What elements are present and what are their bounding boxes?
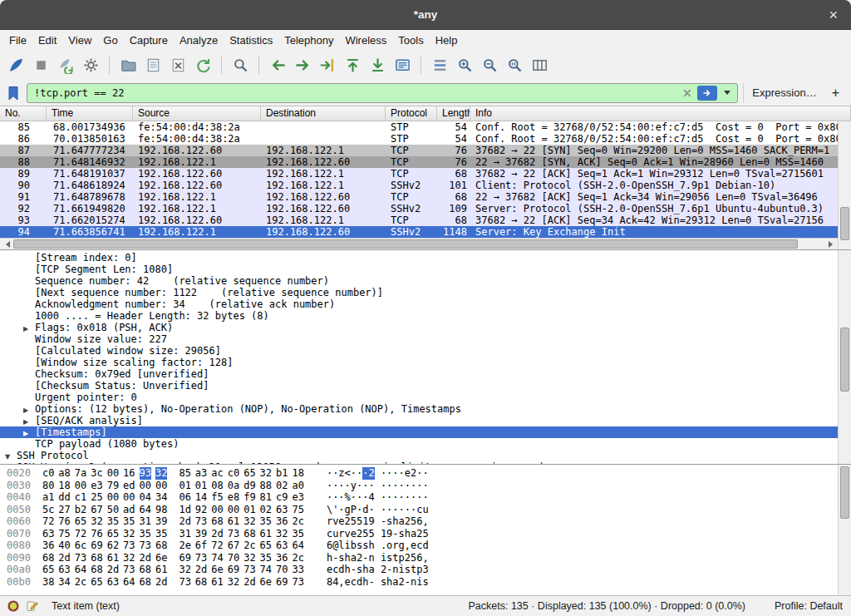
hex-byte[interactable]: 68 (140, 576, 151, 589)
packet-list-vscrollbar[interactable] (838, 121, 851, 249)
ascii-char[interactable]: z (338, 467, 344, 480)
hex-byte[interactable]: 6f (195, 540, 207, 552)
hex-byte[interactable]: a3 (195, 467, 207, 480)
hex-byte[interactable]: 35 (155, 528, 167, 540)
zoom-in-icon[interactable] (454, 54, 475, 76)
ascii-char[interactable]: a (399, 515, 405, 528)
detail-row[interactable]: [Checksum Status: Unverified] (0, 380, 838, 392)
ascii-char[interactable]: t (392, 552, 398, 564)
hex-byte[interactable]: 34 (155, 491, 167, 504)
hex-byte[interactable]: f9 (243, 491, 255, 504)
ascii-char[interactable]: v (345, 528, 351, 540)
hex-byte[interactable]: 70 (276, 564, 288, 576)
hex-byte[interactable]: e3 (292, 491, 303, 504)
hex-byte[interactable]: 63 (276, 540, 288, 552)
ascii-char[interactable]: · (327, 467, 332, 480)
ascii-char[interactable]: · (411, 504, 416, 516)
ascii-char[interactable]: 2 (405, 552, 411, 564)
hscroll-thumb[interactable] (13, 239, 798, 249)
hex-byte[interactable]: 72 (42, 515, 54, 528)
hex-byte[interactable]: 2d (195, 564, 207, 576)
column-header-info[interactable]: Info (470, 106, 851, 121)
hex-byte[interactable]: 14 (195, 491, 207, 504)
capture-comment-icon[interactable] (26, 599, 39, 613)
hex-byte[interactable]: 73 (243, 564, 255, 576)
ascii-char[interactable]: · (362, 491, 368, 504)
menu-wireless[interactable]: Wireless (339, 32, 392, 49)
ascii-char[interactable]: e (405, 467, 411, 480)
ascii-char[interactable]: · (345, 480, 351, 492)
ascii-char[interactable]: i (381, 552, 386, 564)
ascii-char[interactable]: · (399, 491, 405, 504)
menu-edit[interactable]: Edit (32, 32, 62, 49)
menu-view[interactable]: View (62, 32, 97, 49)
ascii-char[interactable]: ' (332, 504, 338, 516)
ascii-char[interactable]: · (411, 491, 416, 504)
hex-byte[interactable]: 35 (140, 528, 151, 540)
ascii-char[interactable]: 5 (411, 552, 416, 564)
hex-byte[interactable]: 61 (155, 564, 167, 576)
hex-byte[interactable]: d9 (243, 480, 255, 492)
ascii-char[interactable]: · (386, 480, 392, 492)
ascii-char[interactable]: 5 (351, 515, 357, 528)
ascii-char[interactable]: · (386, 491, 392, 504)
hex-byte[interactable]: 35 (292, 528, 303, 540)
ascii-char[interactable]: · (381, 491, 386, 504)
hex-byte[interactable]: 68 (91, 564, 102, 576)
ascii-char[interactable]: 2 (357, 528, 362, 540)
ascii-char[interactable]: · (327, 491, 332, 504)
ascii-char[interactable]: a (392, 576, 398, 589)
ascii-char[interactable]: · (416, 491, 422, 504)
ascii-char[interactable]: . (381, 540, 386, 552)
ascii-char[interactable]: h (362, 576, 368, 589)
ascii-char[interactable]: - (386, 564, 392, 576)
ascii-char[interactable]: · (411, 480, 416, 492)
menu-go[interactable]: Go (97, 32, 123, 49)
hex-row-0080[interactable]: 008036406c69627373682e6f72672c6563646@li… (7, 540, 838, 552)
ascii-char[interactable]: n (411, 576, 416, 589)
filter-clear-icon[interactable] (681, 87, 693, 99)
ascii-char[interactable]: - (351, 564, 357, 576)
ascii-char[interactable]: · (357, 467, 362, 480)
hex-byte[interactable]: 64 (292, 540, 303, 552)
hex-byte[interactable]: 64 (123, 576, 135, 589)
status-profile[interactable]: Profile: Default (775, 600, 843, 612)
ascii-char[interactable]: e (345, 576, 351, 589)
ascii-char[interactable]: a (411, 528, 416, 540)
detail-row[interactable]: ▶[SEQ/ACK analysis] (0, 415, 838, 426)
ascii-char[interactable]: h (362, 564, 368, 576)
colorize-packets-icon[interactable] (429, 54, 450, 76)
hex-byte[interactable]: 73 (75, 552, 86, 564)
ascii-char[interactable]: p (399, 552, 405, 564)
hex-byte[interactable]: b2 (75, 504, 86, 516)
hex-byte[interactable]: c1 (75, 491, 86, 504)
hex-byte[interactable]: 00 (75, 480, 86, 492)
capture-options-icon[interactable] (80, 54, 101, 76)
hex-byte[interactable]: 73 (123, 564, 135, 576)
ascii-char[interactable]: 2 (405, 515, 411, 528)
column-header-protocol[interactable]: Protocol (386, 106, 437, 121)
open-file-icon[interactable] (117, 54, 139, 76)
hex-byte[interactable]: 76 (58, 515, 70, 528)
hex-byte[interactable]: 69 (179, 552, 190, 564)
ascii-char[interactable]: · (351, 467, 357, 480)
ascii-char[interactable]: · (338, 491, 344, 504)
ascii-char[interactable]: · (362, 467, 368, 480)
detail-row[interactable]: Acknowledgment number: 34 (relative ack … (0, 298, 838, 310)
ascii-char[interactable]: · (386, 467, 392, 480)
hex-row-0090[interactable]: 0090682d736861322d6e697374703235362ch-sh… (7, 552, 838, 564)
hex-byte[interactable]: 76 (91, 528, 102, 540)
go-to-packet-icon[interactable] (317, 54, 338, 76)
hex-byte[interactable]: 65 (243, 467, 255, 480)
ascii-char[interactable]: 4 (368, 491, 374, 504)
hex-byte[interactable]: e8 (228, 491, 239, 504)
ascii-char[interactable]: p (416, 564, 422, 576)
ascii-char[interactable]: h (368, 540, 374, 552)
hex-row-00a0[interactable]: 00a0656364682d736861322d6e6973747033ecdh… (7, 564, 838, 576)
hex-byte[interactable]: 2d (140, 552, 151, 564)
ascii-char[interactable]: · (399, 467, 405, 480)
hex-byte[interactable]: 06 (179, 491, 190, 504)
go-forward-icon[interactable] (292, 54, 313, 76)
packet-row-92[interactable]: 9271.661949820192.168.122.1192.168.122.6… (0, 203, 838, 214)
hex-byte[interactable]: 61 (107, 552, 119, 564)
